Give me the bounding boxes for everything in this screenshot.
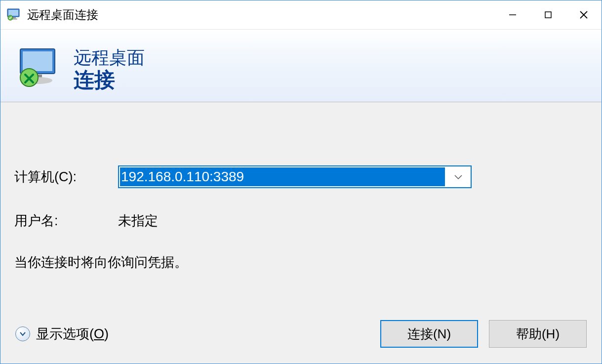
header-band: 远程桌面 连接 [0, 29, 602, 102]
show-options-suffix: ) [104, 326, 109, 341]
expand-down-icon [15, 326, 30, 341]
svg-rect-10 [23, 51, 52, 71]
minimize-button[interactable] [495, 0, 530, 29]
header-line1: 远程桌面 [74, 47, 145, 68]
window-title: 远程桌面连接 [27, 7, 495, 23]
app-icon [6, 8, 22, 22]
titlebar: 远程桌面连接 [0, 0, 602, 29]
header-text: 远程桌面 连接 [74, 47, 145, 92]
username-row: 用户名: 未指定 [14, 212, 158, 230]
show-options-toggle[interactable]: 显示选项(O) [15, 325, 109, 343]
username-label: 用户名: [14, 212, 118, 230]
show-options-hotkey: O [94, 326, 104, 341]
remote-desktop-window: 远程桌面连接 远程桌面 连接 [0, 0, 602, 364]
svg-rect-6 [545, 12, 551, 18]
footer: 显示选项(O) 连接(N) 帮助(H) [0, 314, 602, 364]
window-controls [495, 0, 602, 29]
help-button[interactable]: 帮助(H) [489, 320, 587, 348]
connect-button[interactable]: 连接(N) [380, 320, 478, 348]
credentials-info-text: 当你连接时将向你询问凭据。 [14, 253, 188, 271]
chevron-down-icon[interactable] [446, 166, 471, 187]
maximize-button[interactable] [530, 0, 566, 29]
header-line2: 连接 [74, 68, 145, 92]
svg-rect-1 [8, 10, 18, 16]
close-button[interactable] [566, 0, 602, 29]
username-value: 未指定 [118, 212, 158, 230]
show-options-prefix: 显示选项( [36, 326, 94, 341]
body-area: 计算机(C): 192.168.0.110:3389 用户名: 未指定 当你连接… [0, 102, 602, 364]
remote-desktop-logo-icon [15, 45, 65, 94]
computer-input[interactable]: 192.168.0.110:3389 [120, 167, 445, 186]
computer-row: 计算机(C): 192.168.0.110:3389 [14, 165, 472, 188]
computer-label: 计算机(C): [14, 168, 118, 186]
computer-combobox[interactable]: 192.168.0.110:3389 [118, 165, 472, 188]
show-options-label: 显示选项(O) [36, 325, 109, 343]
